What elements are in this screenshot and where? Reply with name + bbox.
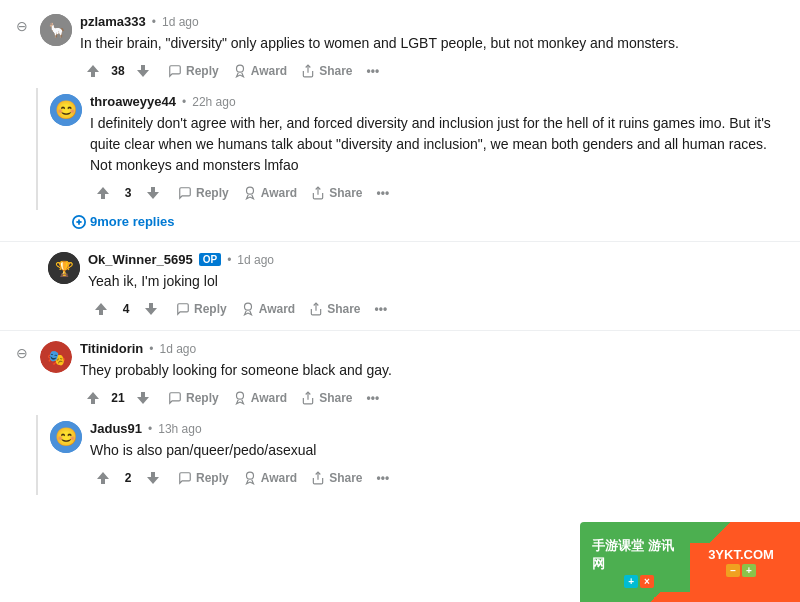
more-button[interactable]: ••• — [371, 467, 396, 489]
svg-text:🎭: 🎭 — [47, 349, 66, 367]
svg-point-6 — [246, 187, 253, 194]
comment-header: throaweyye44 • 22h ago — [90, 94, 788, 109]
more-button[interactable]: ••• — [361, 387, 386, 409]
timestamp: • — [149, 342, 153, 356]
award-button[interactable]: Award — [227, 60, 293, 82]
username[interactable]: Titinidorin — [80, 341, 143, 356]
comment-header: Titinidorin • 1d ago — [80, 341, 788, 356]
action-bar: 4 Reply — [88, 298, 788, 320]
award-button[interactable]: Award — [235, 298, 301, 320]
collapse-button[interactable]: ⊖ — [12, 16, 32, 36]
watermark-minus: − — [726, 564, 740, 577]
username[interactable]: Jadus91 — [90, 421, 142, 436]
svg-text:😊: 😊 — [55, 426, 78, 448]
downvote-button[interactable] — [130, 387, 156, 409]
comment-text: Who is also pan/queer/pedo/asexual — [90, 440, 788, 461]
comment-thread: ⊖ 🦙 pzlama333 • 1d ago In their brain, "… — [0, 0, 800, 503]
timestamp: • — [152, 15, 156, 29]
comment-row: 😊 Jadus91 • 13h ago Who is also pan/quee… — [36, 415, 800, 495]
award-button[interactable]: Award — [237, 467, 303, 489]
svg-point-13 — [244, 303, 251, 310]
downvote-button[interactable] — [140, 467, 166, 489]
watermark-url: 3YKT.COM — [708, 547, 774, 562]
reply-label: Reply — [186, 64, 219, 78]
share-label: Share — [319, 64, 352, 78]
share-button[interactable]: Share — [305, 182, 368, 204]
upvote-button[interactable] — [80, 387, 106, 409]
comment-text: They probably looking for someone black … — [80, 360, 788, 381]
timestamp: • — [148, 422, 152, 436]
share-button[interactable]: Share — [303, 298, 366, 320]
upvote-button[interactable] — [80, 60, 106, 82]
share-label: Share — [327, 302, 360, 316]
award-label: Award — [261, 471, 297, 485]
share-button[interactable]: Share — [295, 387, 358, 409]
avatar: 🦙 — [40, 14, 72, 46]
award-button[interactable]: Award — [237, 182, 303, 204]
more-button[interactable]: ••• — [371, 182, 396, 204]
reply-button[interactable]: Reply — [162, 387, 225, 409]
reply-button[interactable]: Reply — [172, 182, 235, 204]
watermark-overlay: 手游课堂 游讯网 + × 3YKT.COM − + — [580, 522, 800, 602]
comment-header: pzlama333 • 1d ago — [80, 14, 788, 29]
reply-button[interactable]: Reply — [172, 467, 235, 489]
watermark-cn-text: 手游课堂 游讯网 — [592, 537, 686, 573]
downvote-button[interactable] — [138, 298, 164, 320]
timestamp: • — [182, 95, 186, 109]
comment-content: throaweyye44 • 22h ago I definitely don'… — [90, 94, 788, 204]
reply-button[interactable]: Reply — [170, 298, 233, 320]
svg-text:🏆: 🏆 — [55, 260, 74, 278]
op-badge: OP — [199, 253, 221, 266]
share-label: Share — [329, 471, 362, 485]
username[interactable]: Ok_Winner_5695 — [88, 252, 193, 267]
more-replies-button[interactable]: 9more replies — [72, 210, 800, 237]
comment-row: 😊 throaweyye44 • 22h ago I definitely do… — [36, 88, 800, 210]
share-button[interactable]: Share — [295, 60, 358, 82]
award-button[interactable]: Award — [227, 387, 293, 409]
action-bar: 3 Reply — [90, 182, 788, 204]
watermark-times: × — [640, 575, 654, 588]
svg-point-21 — [246, 472, 253, 479]
comment-text: I definitely don't agree with her, and f… — [90, 113, 788, 176]
reply-button[interactable]: Reply — [162, 60, 225, 82]
vote-count: 3 — [120, 186, 136, 200]
comment-text: Yeah ik, I'm joking lol — [88, 271, 788, 292]
downvote-button[interactable] — [130, 60, 156, 82]
username[interactable]: pzlama333 — [80, 14, 146, 29]
timestamp: 1d ago — [237, 253, 274, 267]
upvote-button[interactable] — [90, 182, 116, 204]
award-label: Award — [259, 302, 295, 316]
watermark-plus: + — [624, 575, 638, 588]
svg-text:😊: 😊 — [55, 99, 78, 121]
share-label: Share — [319, 391, 352, 405]
downvote-button[interactable] — [140, 182, 166, 204]
svg-point-2 — [236, 65, 243, 72]
share-label: Share — [329, 186, 362, 200]
reply-label: Reply — [186, 391, 219, 405]
comment-header: Ok_Winner_5695 OP • 1d ago — [88, 252, 788, 267]
timestamp: 22h ago — [192, 95, 235, 109]
vote-count: 4 — [118, 302, 134, 316]
username[interactable]: throaweyye44 — [90, 94, 176, 109]
upvote-button[interactable] — [90, 467, 116, 489]
avatar: 😊 — [50, 94, 82, 126]
action-bar: 38 Reply — [80, 60, 788, 82]
svg-point-17 — [236, 392, 243, 399]
comment-content: pzlama333 • 1d ago In their brain, "dive… — [80, 14, 788, 82]
timestamp: 1d ago — [162, 15, 199, 29]
action-bar: 21 Reply — [80, 387, 788, 409]
reply-label: Reply — [196, 471, 229, 485]
award-label: Award — [251, 64, 287, 78]
reply-label: Reply — [194, 302, 227, 316]
avatar: 😊 — [50, 421, 82, 453]
comment-content: Ok_Winner_5695 OP • 1d ago Yeah ik, I'm … — [88, 252, 788, 320]
watermark-plus2: + — [742, 564, 756, 577]
more-button[interactable]: ••• — [369, 298, 394, 320]
comment-content: Titinidorin • 1d ago They probably looki… — [80, 341, 788, 409]
more-button[interactable]: ••• — [361, 60, 386, 82]
avatar: 🎭 — [40, 341, 72, 373]
upvote-button[interactable] — [88, 298, 114, 320]
share-button[interactable]: Share — [305, 467, 368, 489]
collapse-button[interactable]: ⊖ — [12, 343, 32, 363]
comment-row: 🏆 Ok_Winner_5695 OP • 1d ago Yeah ik, I'… — [36, 246, 800, 326]
